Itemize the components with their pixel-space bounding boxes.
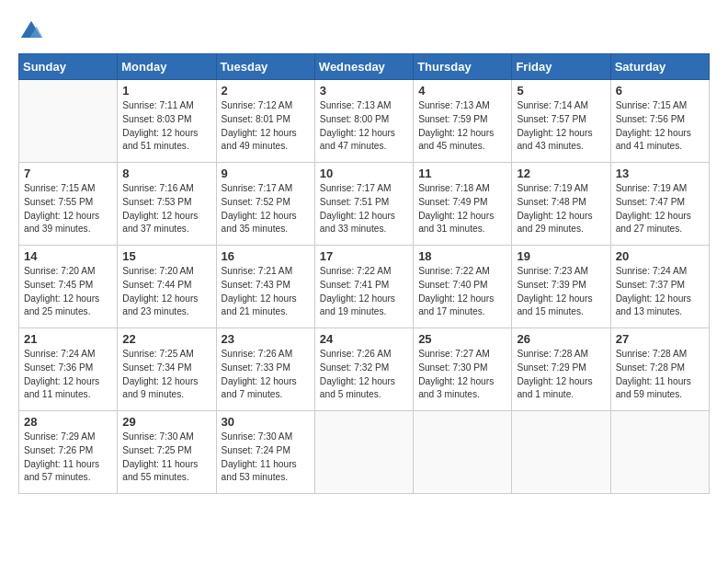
day-info: Sunrise: 7:30 AMSunset: 7:25 PMDaylight:… <box>122 431 210 485</box>
day-number: 25 <box>418 332 506 346</box>
weekday-header-wednesday: Wednesday <box>314 54 413 80</box>
day-number: 17 <box>320 249 408 263</box>
calendar-cell <box>610 411 709 494</box>
day-info: Sunrise: 7:13 AMSunset: 7:59 PMDaylight:… <box>418 99 506 154</box>
week-row-5: 28Sunrise: 7:29 AMSunset: 7:26 PMDayligh… <box>19 411 710 494</box>
calendar-cell: 20Sunrise: 7:24 AMSunset: 7:37 PMDayligh… <box>610 246 709 328</box>
calendar-cell: 5Sunrise: 7:14 AMSunset: 7:57 PMDaylight… <box>512 80 610 163</box>
calendar-cell: 2Sunrise: 7:12 AMSunset: 8:01 PMDaylight… <box>216 80 314 163</box>
day-number: 16 <box>222 249 310 263</box>
calendar-cell: 8Sunrise: 7:16 AMSunset: 7:53 PMDaylight… <box>118 163 216 246</box>
day-number: 24 <box>320 332 408 346</box>
day-number: 4 <box>418 84 506 98</box>
day-number: 29 <box>122 415 210 429</box>
calendar-cell: 18Sunrise: 7:22 AMSunset: 7:40 PMDayligh… <box>414 246 512 328</box>
weekday-header-sunday: Sunday <box>19 54 118 80</box>
calendar-cell: 26Sunrise: 7:28 AMSunset: 7:29 PMDayligh… <box>512 328 610 411</box>
weekday-header-friday: Friday <box>512 54 610 80</box>
day-number: 22 <box>122 332 210 346</box>
calendar-cell <box>19 80 118 163</box>
day-info: Sunrise: 7:15 AMSunset: 7:56 PMDaylight:… <box>616 99 704 154</box>
calendar-cell: 13Sunrise: 7:19 AMSunset: 7:47 PMDayligh… <box>610 163 709 246</box>
day-info: Sunrise: 7:19 AMSunset: 7:48 PMDaylight:… <box>517 182 605 236</box>
day-number: 14 <box>24 249 112 263</box>
day-number: 15 <box>122 249 210 263</box>
day-info: Sunrise: 7:19 AMSunset: 7:47 PMDaylight:… <box>616 182 704 236</box>
weekday-header-saturday: Saturday <box>610 54 709 80</box>
day-number: 27 <box>616 332 704 346</box>
calendar-cell: 6Sunrise: 7:15 AMSunset: 7:56 PMDaylight… <box>610 80 709 163</box>
calendar-cell: 7Sunrise: 7:15 AMSunset: 7:55 PMDaylight… <box>19 163 118 246</box>
calendar-cell: 14Sunrise: 7:20 AMSunset: 7:45 PMDayligh… <box>19 246 118 328</box>
day-number: 30 <box>222 415 310 429</box>
calendar-cell: 11Sunrise: 7:18 AMSunset: 7:49 PMDayligh… <box>414 163 512 246</box>
calendar-cell: 24Sunrise: 7:26 AMSunset: 7:32 PMDayligh… <box>314 328 413 411</box>
weekday-header-tuesday: Tuesday <box>216 54 314 80</box>
day-info: Sunrise: 7:13 AMSunset: 8:00 PMDaylight:… <box>320 99 408 154</box>
calendar-cell: 22Sunrise: 7:25 AMSunset: 7:34 PMDayligh… <box>118 328 216 411</box>
day-number: 12 <box>517 167 605 180</box>
day-info: Sunrise: 7:17 AMSunset: 7:52 PMDaylight:… <box>222 182 310 236</box>
calendar-cell <box>512 411 610 494</box>
day-info: Sunrise: 7:30 AMSunset: 7:24 PMDaylight:… <box>222 431 310 485</box>
weekday-header-row: SundayMondayTuesdayWednesdayThursdayFrid… <box>19 54 710 80</box>
day-number: 21 <box>24 332 112 346</box>
calendar-cell: 3Sunrise: 7:13 AMSunset: 8:00 PMDaylight… <box>314 80 413 163</box>
day-info: Sunrise: 7:20 AMSunset: 7:45 PMDaylight:… <box>24 265 112 319</box>
day-number: 18 <box>418 249 506 263</box>
logo <box>18 18 48 44</box>
week-row-4: 21Sunrise: 7:24 AMSunset: 7:36 PMDayligh… <box>19 328 710 411</box>
page-header <box>18 18 710 44</box>
calendar-cell <box>314 411 413 494</box>
day-info: Sunrise: 7:24 AMSunset: 7:37 PMDaylight:… <box>616 265 704 319</box>
week-row-1: 1Sunrise: 7:11 AMSunset: 8:03 PMDaylight… <box>19 80 710 163</box>
week-row-2: 7Sunrise: 7:15 AMSunset: 7:55 PMDaylight… <box>19 163 710 246</box>
calendar-cell <box>414 411 512 494</box>
day-number: 1 <box>122 84 210 98</box>
day-info: Sunrise: 7:22 AMSunset: 7:40 PMDaylight:… <box>418 265 506 319</box>
calendar-cell: 30Sunrise: 7:30 AMSunset: 7:24 PMDayligh… <box>216 411 314 494</box>
day-info: Sunrise: 7:21 AMSunset: 7:43 PMDaylight:… <box>222 265 310 319</box>
day-info: Sunrise: 7:28 AMSunset: 7:28 PMDaylight:… <box>616 348 704 402</box>
day-info: Sunrise: 7:18 AMSunset: 7:49 PMDaylight:… <box>418 182 506 236</box>
calendar-cell: 15Sunrise: 7:20 AMSunset: 7:44 PMDayligh… <box>118 246 216 328</box>
calendar-cell: 25Sunrise: 7:27 AMSunset: 7:30 PMDayligh… <box>414 328 512 411</box>
day-number: 6 <box>616 84 704 98</box>
calendar-cell: 23Sunrise: 7:26 AMSunset: 7:33 PMDayligh… <box>216 328 314 411</box>
calendar-cell: 21Sunrise: 7:24 AMSunset: 7:36 PMDayligh… <box>19 328 118 411</box>
day-number: 3 <box>320 84 408 98</box>
day-number: 19 <box>517 249 605 263</box>
day-info: Sunrise: 7:15 AMSunset: 7:55 PMDaylight:… <box>24 182 112 236</box>
weekday-header-thursday: Thursday <box>414 54 512 80</box>
day-number: 2 <box>222 84 310 98</box>
day-info: Sunrise: 7:29 AMSunset: 7:26 PMDaylight:… <box>24 431 112 485</box>
calendar-cell: 10Sunrise: 7:17 AMSunset: 7:51 PMDayligh… <box>314 163 413 246</box>
day-number: 28 <box>24 415 112 429</box>
day-number: 5 <box>517 84 605 98</box>
calendar-cell: 16Sunrise: 7:21 AMSunset: 7:43 PMDayligh… <box>216 246 314 328</box>
day-number: 13 <box>616 167 704 180</box>
day-info: Sunrise: 7:24 AMSunset: 7:36 PMDaylight:… <box>24 348 112 402</box>
day-number: 20 <box>616 249 704 263</box>
day-number: 26 <box>517 332 605 346</box>
calendar-cell: 9Sunrise: 7:17 AMSunset: 7:52 PMDaylight… <box>216 163 314 246</box>
day-number: 7 <box>24 167 112 180</box>
day-info: Sunrise: 7:27 AMSunset: 7:30 PMDaylight:… <box>418 348 506 402</box>
day-number: 9 <box>222 167 310 180</box>
logo-icon <box>18 18 44 44</box>
day-info: Sunrise: 7:22 AMSunset: 7:41 PMDaylight:… <box>320 265 408 319</box>
day-info: Sunrise: 7:28 AMSunset: 7:29 PMDaylight:… <box>517 348 605 402</box>
day-number: 8 <box>122 167 210 180</box>
calendar-cell: 29Sunrise: 7:30 AMSunset: 7:25 PMDayligh… <box>118 411 216 494</box>
day-info: Sunrise: 7:12 AMSunset: 8:01 PMDaylight:… <box>222 99 310 154</box>
calendar-cell: 4Sunrise: 7:13 AMSunset: 7:59 PMDaylight… <box>414 80 512 163</box>
calendar-cell: 12Sunrise: 7:19 AMSunset: 7:48 PMDayligh… <box>512 163 610 246</box>
day-info: Sunrise: 7:25 AMSunset: 7:34 PMDaylight:… <box>122 348 210 402</box>
day-info: Sunrise: 7:17 AMSunset: 7:51 PMDaylight:… <box>320 182 408 236</box>
day-number: 10 <box>320 167 408 180</box>
week-row-3: 14Sunrise: 7:20 AMSunset: 7:45 PMDayligh… <box>19 246 710 328</box>
calendar-cell: 1Sunrise: 7:11 AMSunset: 8:03 PMDaylight… <box>118 80 216 163</box>
day-info: Sunrise: 7:11 AMSunset: 8:03 PMDaylight:… <box>122 99 210 154</box>
day-number: 11 <box>418 167 506 180</box>
calendar-cell: 17Sunrise: 7:22 AMSunset: 7:41 PMDayligh… <box>314 246 413 328</box>
